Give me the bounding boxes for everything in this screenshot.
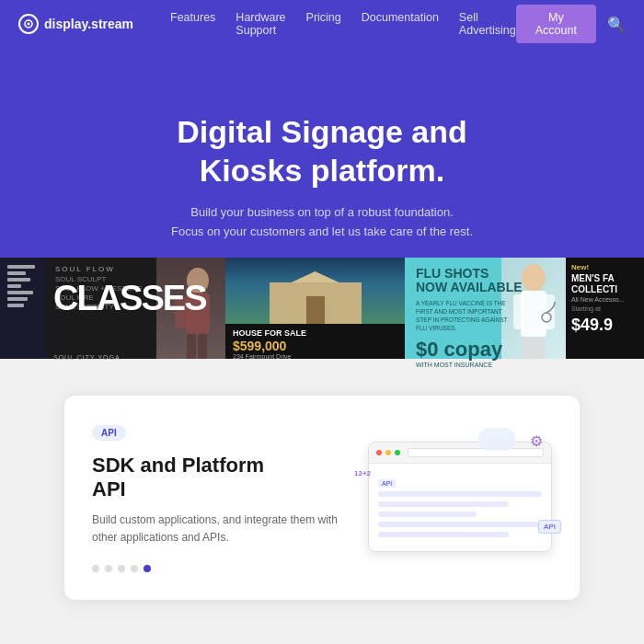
logo-icon	[18, 14, 39, 34]
nav-docs[interactable]: Documentation	[362, 11, 439, 37]
coord-label: 12+2	[354, 469, 371, 477]
hero-subtitle: Build your business on top of a robust f…	[171, 203, 473, 242]
browser-body: API	[369, 464, 551, 551]
nav-right: My Account 🔍	[516, 5, 626, 43]
cloud-icon	[478, 428, 515, 451]
search-icon[interactable]: 🔍	[607, 16, 626, 33]
logo-text: display.stream	[44, 17, 133, 31]
sdk-right: ⚙ 12+2 API API	[368, 423, 552, 552]
browser-mockup: API	[368, 442, 552, 552]
qr-line	[7, 271, 26, 275]
browser-url-bar	[408, 448, 544, 457]
qr-line	[7, 265, 35, 269]
nav-hardware[interactable]: Hardware Support	[236, 11, 285, 37]
house-door	[306, 296, 325, 324]
logo[interactable]: display.stream	[18, 14, 133, 34]
nav-pricing[interactable]: Pricing	[306, 11, 341, 37]
cards-strip: SOUL FLOW SOUL SCULPT SOUL FLOW + RESTOR…	[0, 258, 644, 368]
browser-line	[378, 512, 477, 517]
nav-links: Features Hardware Support Pricing Docume…	[170, 11, 516, 37]
qr-line	[7, 297, 28, 301]
nav-advertising[interactable]: Sell Advertising	[459, 11, 516, 37]
gear-icon: ⚙	[530, 432, 543, 450]
flu-copay: WITH MOST INSURANCE	[416, 362, 555, 368]
card-mens: New! MEN'S FACOLLECTI All New Accesso...…	[566, 258, 644, 368]
sdk-badge: API	[92, 425, 126, 441]
sdk-browser-wrap: ⚙ 12+2 API API	[368, 442, 552, 552]
mens-title: MEN'S FACOLLECTI	[566, 273, 644, 295]
sdk-dots	[92, 565, 340, 572]
mens-starting: Starting at	[566, 304, 644, 314]
api-badge: API	[538, 520, 561, 534]
sdk-left: API SDK and Platform API Build custom ap…	[92, 423, 340, 572]
card-yoga: SOUL FLOW SOUL SCULPT SOUL FLOW + RESTOR…	[46, 258, 225, 368]
qr-visual	[0, 258, 46, 317]
sdk-description: Build custom applications, and integrate…	[92, 512, 340, 546]
card-qr	[0, 258, 46, 368]
house-tag: HOUSE FOR SALE	[233, 328, 397, 339]
browser-dot-yellow	[385, 450, 391, 455]
qr-line	[7, 284, 21, 288]
sdk-dot-3[interactable]	[118, 565, 125, 572]
hero-title: Digital Signage and Kiosks platform.	[177, 112, 466, 190]
classes-text: CLASSES	[53, 281, 205, 316]
qr-line	[7, 304, 24, 307]
navbar: display.stream Features Hardware Support…	[0, 0, 644, 48]
sdk-dot-5[interactable]	[144, 565, 151, 572]
mens-new: New!	[566, 258, 644, 273]
flu-title: FLU SHOTSNOW AVAILABLE	[416, 267, 555, 295]
house-price: $599,000	[233, 339, 397, 353]
sdk-title: SDK and Platform API	[92, 454, 340, 502]
nav-features[interactable]: Features	[170, 11, 215, 37]
browser-dot-green	[395, 450, 400, 455]
account-button[interactable]: My Account	[516, 5, 596, 43]
browser-dot-red	[376, 450, 382, 455]
flu-price: $0 copay	[416, 338, 555, 362]
sdk-section: API SDK and Platform API Build custom ap…	[64, 396, 580, 600]
yoga-brand: SOUL FLOW	[55, 265, 216, 273]
yoga-logo: SOUL CITY YOGA	[53, 354, 121, 361]
sdk-dot-1[interactable]	[92, 565, 99, 572]
browser-line	[378, 532, 509, 537]
flu-sub: A YEARLY FLU VACCINE IS THE FIRST AND MO…	[416, 299, 508, 332]
browser-line	[378, 501, 509, 507]
qr-line	[7, 278, 30, 282]
mens-sub: All New Accesso...	[566, 295, 644, 304]
qr-line	[7, 291, 33, 294]
svg-rect-5	[187, 334, 196, 362]
card-house: HOUSE FOR SALE $599,000 234 Fairmount Dr…	[225, 258, 405, 368]
svg-rect-6	[198, 334, 207, 362]
browser-line	[378, 522, 542, 527]
sdk-dot-2[interactable]	[105, 565, 112, 572]
browser-line	[378, 491, 542, 497]
card-flu: FLU SHOTSNOW AVAILABLE A YEARLY FLU VACC…	[405, 258, 566, 368]
browser-bar	[369, 443, 551, 464]
sdk-dot-4[interactable]	[131, 565, 138, 572]
mens-price: $49.9	[566, 314, 644, 337]
browser-tag: API	[378, 479, 396, 488]
svg-point-1	[28, 23, 30, 26]
